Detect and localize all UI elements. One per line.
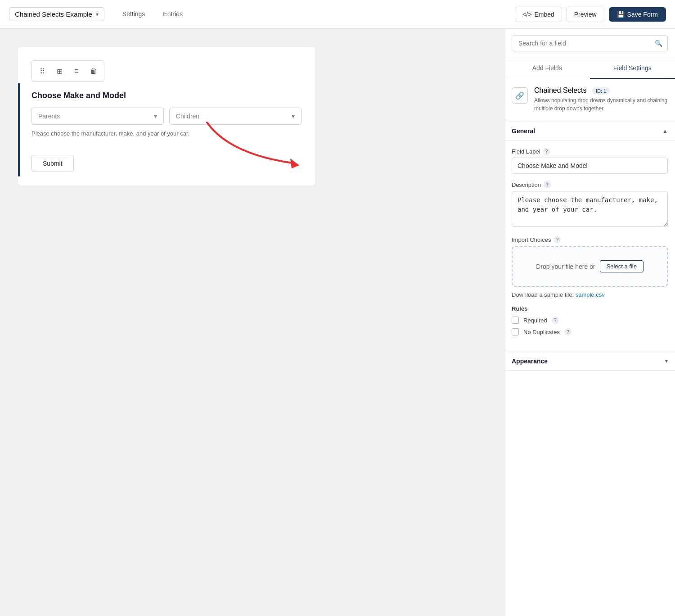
field-info-content: Chained Selects ID: 1 Allows populating … <box>534 86 668 113</box>
form-title-chevron-icon: ▾ <box>96 11 99 18</box>
children-placeholder: Children <box>176 113 199 120</box>
drag-dots-icon: ⠿ <box>40 67 45 76</box>
import-choices-help-icon[interactable]: ? <box>554 236 561 243</box>
field-toolbar: ⠿ ⊞ ≡ 🗑 <box>32 60 104 82</box>
nav-settings[interactable]: Settings <box>113 7 154 22</box>
svg-marker-0 <box>290 159 299 168</box>
drag-handle-button[interactable]: ⠿ <box>35 63 50 79</box>
appearance-section-title: Appearance <box>512 358 548 365</box>
sample-csv-link[interactable]: sample.csv <box>576 291 605 298</box>
general-collapse-icon: ▲ <box>662 128 668 134</box>
top-nav: Chained Selects Example ▾ Settings Entri… <box>0 0 675 29</box>
settings-button[interactable]: ≡ <box>69 63 84 79</box>
field-info-description: Allows populating drop downs dynamically… <box>534 96 668 113</box>
required-row: Required ? <box>512 317 668 324</box>
appearance-section-header[interactable]: Appearance ▾ <box>504 350 675 371</box>
search-input[interactable] <box>512 35 668 51</box>
field-label-help-icon[interactable]: ? <box>543 148 550 155</box>
embed-label: Embed <box>534 11 554 18</box>
drop-zone-text: Drop your file here or <box>536 263 595 270</box>
field-label-input[interactable] <box>512 158 668 174</box>
selects-row: Parents ▾ Children ▾ <box>32 108 302 125</box>
general-section-title: General <box>512 127 535 135</box>
parents-placeholder: Parents <box>38 113 60 120</box>
import-choices-label: Import Choices ? <box>512 236 668 243</box>
rules-label: Rules <box>512 305 668 312</box>
drop-zone[interactable]: Drop your file here or Select a file <box>512 246 668 287</box>
appearance-section: Appearance ▾ <box>504 350 675 371</box>
delete-button[interactable]: 🗑 <box>86 63 101 79</box>
nav-links: Settings Entries <box>113 7 192 22</box>
nav-actions: </> Embed Preview 💾 Save Form <box>515 7 666 22</box>
field-label-label: Field Label ? <box>512 148 668 155</box>
required-help-icon[interactable]: ? <box>552 317 559 324</box>
embed-code-icon: </> <box>522 11 531 18</box>
appearance-collapse-icon: ▾ <box>665 358 668 364</box>
description-group: Description ? <box>512 181 668 229</box>
no-duplicates-row: No Duplicates ? <box>512 328 668 335</box>
canvas-area: ⠿ ⊞ ≡ 🗑 Choose Make and Model Parents <box>0 29 504 616</box>
duplicate-button[interactable]: ⊞ <box>52 63 67 79</box>
nav-entries[interactable]: Entries <box>154 7 192 22</box>
link-icon: 🔗 <box>512 87 528 104</box>
save-label: Save Form <box>627 11 658 18</box>
tab-field-settings[interactable]: Field Settings <box>590 58 675 79</box>
general-section-body: Field Label ? Description ? Import Choic… <box>504 140 675 350</box>
chain-icon: 🔗 <box>515 91 524 100</box>
submit-button[interactable]: Submit <box>32 155 74 172</box>
description-textarea[interactable] <box>512 191 668 227</box>
required-checkbox[interactable] <box>512 317 519 324</box>
children-chevron-icon: ▾ <box>292 113 295 120</box>
main-layout: ⠿ ⊞ ≡ 🗑 Choose Make and Model Parents <box>0 29 675 616</box>
field-info-card: 🔗 Chained Selects ID: 1 Allows populatin… <box>504 79 675 120</box>
description-help-icon[interactable]: ? <box>544 181 551 188</box>
form-title-text: Chained Selects Example <box>15 10 92 18</box>
right-panel: 🔍 Add Fields Field Settings 🔗 Chained Se… <box>504 29 675 616</box>
save-form-button[interactable]: 💾 Save Form <box>609 7 666 22</box>
field-label-text: Choose Make and Model <box>32 91 302 100</box>
panel-tabs: Add Fields Field Settings <box>504 58 675 79</box>
no-duplicates-label: No Duplicates <box>523 329 560 335</box>
field-info-name-row: Chained Selects ID: 1 <box>534 86 668 95</box>
parents-chevron-icon: ▾ <box>154 113 157 120</box>
copy-icon: ⊞ <box>57 67 63 76</box>
general-section-header[interactable]: General ▲ <box>504 120 675 140</box>
form-card: ⠿ ⊞ ≡ 🗑 Choose Make and Model Parents <box>18 47 315 186</box>
preview-button[interactable]: Preview <box>567 7 604 22</box>
no-duplicates-checkbox[interactable] <box>512 328 519 335</box>
embed-button[interactable]: </> Embed <box>515 7 562 22</box>
parents-dropdown[interactable]: Parents ▾ <box>32 108 164 125</box>
search-input-wrap: 🔍 <box>512 35 668 51</box>
field-info-name: Chained Selects <box>534 86 587 94</box>
rules-group: Rules Required ? No Duplicates ? <box>512 305 668 335</box>
sliders-icon: ≡ <box>74 67 78 75</box>
search-icon: 🔍 <box>655 40 662 47</box>
field-description: Please choose the manufacturer, make, an… <box>32 130 302 137</box>
description-label: Description ? <box>512 181 668 188</box>
tab-add-fields[interactable]: Add Fields <box>504 58 590 79</box>
no-duplicates-help-icon[interactable]: ? <box>564 328 572 335</box>
children-dropdown[interactable]: Children ▾ <box>169 108 302 125</box>
field-left-bar <box>18 83 20 177</box>
form-title-dropdown[interactable]: Chained Selects Example ▾ <box>9 7 104 21</box>
search-bar: 🔍 <box>504 29 675 58</box>
save-icon: 💾 <box>617 11 625 18</box>
trash-icon: 🗑 <box>90 67 97 75</box>
download-link-row: Download a sample file: sample.csv <box>512 291 668 298</box>
select-file-button[interactable]: Select a file <box>600 260 644 272</box>
field-id-badge: ID: 1 <box>592 87 610 95</box>
field-label-group: Field Label ? <box>512 148 668 174</box>
import-choices-group: Import Choices ? Drop your file here or … <box>512 236 668 298</box>
arrow-indicator <box>202 118 320 172</box>
required-label: Required <box>523 317 547 324</box>
